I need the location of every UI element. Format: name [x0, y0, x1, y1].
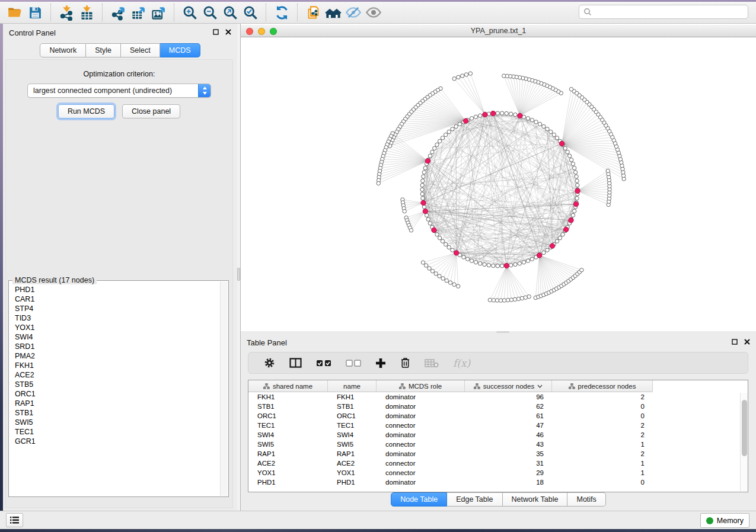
tab-select[interactable]: Select	[121, 43, 160, 57]
tab-node-table[interactable]: Node Table	[391, 492, 447, 507]
list-icon	[10, 517, 19, 524]
network-view-window: YPA_prune.txt_1	[241, 24, 756, 331]
horizontal-splitter-grip[interactable]	[496, 331, 509, 333]
criterion-dropdown[interactable]: largest connected component (undirected)	[27, 84, 211, 98]
table-cell: YOX1	[248, 469, 328, 476]
mcds-result-item[interactable]: ACE2	[15, 370, 215, 380]
hide-selected-icon[interactable]	[343, 3, 363, 22]
mcds-result-item[interactable]: RAP1	[15, 399, 215, 408]
select-all-rows-icon[interactable]	[309, 354, 339, 372]
delete-column-trash-icon[interactable]	[393, 354, 417, 372]
float-panel-icon[interactable]	[213, 29, 219, 35]
show-columns-icon[interactable]	[282, 354, 309, 372]
import-network-icon[interactable]	[56, 3, 76, 22]
table-cell: 18	[465, 479, 552, 486]
open-file-icon[interactable]	[5, 3, 25, 22]
table-cell: 1	[552, 460, 653, 467]
table-row[interactable]: STB1STB1dominator620	[248, 402, 748, 411]
save-session-icon[interactable]	[25, 3, 45, 22]
search-icon	[583, 8, 592, 16]
mcds-result-item[interactable]: TEC1	[15, 427, 215, 437]
table-toolbar: f(x)	[248, 352, 748, 374]
zoom-in-icon[interactable]	[180, 3, 200, 22]
close-panel-icon[interactable]	[225, 29, 231, 35]
run-mcds-button[interactable]: Run MCDS	[58, 104, 114, 118]
export-network-icon[interactable]	[108, 3, 128, 22]
close-panel-button[interactable]: Close panel	[122, 104, 180, 118]
close-panel-icon[interactable]	[744, 339, 750, 345]
table-row[interactable]: TEC1TEC1connector472	[248, 421, 748, 430]
mcds-result-item[interactable]: SWI4	[15, 332, 215, 342]
export-image-icon[interactable]	[148, 3, 168, 22]
mcds-result-item[interactable]: SRD1	[15, 342, 215, 351]
search-field[interactable]	[579, 5, 748, 19]
graph-nodes[interactable]	[377, 72, 626, 302]
deselect-all-rows-icon[interactable]	[339, 354, 368, 372]
zoom-selected-icon[interactable]	[240, 3, 260, 22]
table-settings-gear-icon[interactable]	[257, 354, 282, 372]
mcds-result-item[interactable]: GCR1	[15, 437, 215, 446]
table-row[interactable]: ORC1ORC1dominator610	[248, 411, 748, 421]
table-row[interactable]: RAP1RAP1dominator352	[248, 449, 748, 459]
table-panel-title: Table Panel	[247, 338, 287, 347]
mcds-result-item[interactable]: STP4	[15, 304, 215, 313]
search-input[interactable]	[595, 8, 744, 16]
mcds-result-item[interactable]: YOX1	[15, 323, 215, 332]
network-window-titlebar[interactable]: YPA_prune.txt_1	[241, 25, 756, 37]
mcds-result-list: PHD1CAR1STP4TID3YOX1SWI4SRD1PMA2FKH1ACE2…	[10, 282, 219, 495]
mcds-result-item[interactable]: FKH1	[15, 361, 215, 370]
tab-style[interactable]: Style	[86, 43, 121, 57]
mcds-result-item[interactable]: SWI5	[15, 418, 215, 427]
column-header-shared-name[interactable]: shared name	[248, 380, 328, 392]
task-history-button[interactable]	[6, 513, 23, 527]
column-header-predecessor-nodes[interactable]: predecessor nodes	[552, 380, 653, 392]
table-row[interactable]: YOX1YOX1connector291	[248, 468, 748, 477]
float-panel-icon[interactable]	[732, 339, 738, 345]
import-table-icon[interactable]	[76, 3, 97, 22]
main-toolbar	[0, 2, 756, 24]
function-builder-icon[interactable]: f(x)	[446, 354, 477, 372]
table-row[interactable]: SWI4SWI4dominator462	[248, 430, 748, 440]
refresh-layout-icon[interactable]	[272, 3, 292, 22]
table-row[interactable]: PHD1PHD1dominator180	[248, 477, 748, 487]
desktop-wallpaper-bottom	[0, 529, 756, 532]
table-scrollbar[interactable]	[740, 393, 748, 491]
delete-table-icon[interactable]	[417, 354, 446, 372]
mcds-result-item[interactable]: STB1	[15, 408, 215, 418]
tab-edge-table[interactable]: Edge Table	[447, 492, 502, 507]
add-column-icon[interactable]	[368, 354, 393, 372]
zoom-fit-icon[interactable]	[220, 3, 240, 22]
tab-network[interactable]: Network	[40, 43, 86, 57]
memory-button[interactable]: Memory	[700, 513, 749, 528]
mcds-result-item[interactable]: STB5	[15, 380, 215, 389]
table-scrollbar-thumb[interactable]	[742, 400, 747, 456]
vertical-splitter-grip[interactable]	[237, 268, 240, 281]
column-header-successor-nodes[interactable]: successor nodes	[465, 380, 552, 392]
tab-network-table[interactable]: Network Table	[503, 492, 568, 507]
column-header-mcds-role[interactable]: MCDS role	[377, 380, 465, 392]
mcds-result-item[interactable]: PMA2	[15, 351, 215, 361]
tab-motifs[interactable]: Motifs	[567, 492, 605, 507]
mcds-result-item[interactable]: PHD1	[15, 285, 215, 294]
control-panel-title: Control Panel	[9, 28, 56, 37]
clone-network-icon[interactable]	[303, 3, 323, 22]
network-canvas[interactable]	[241, 38, 756, 331]
show-all-icon[interactable]	[363, 3, 384, 22]
table-row[interactable]: SWI5SWI5connector431	[248, 440, 748, 449]
mcds-list-scrollbar[interactable]	[220, 281, 228, 496]
table-row[interactable]: ACE2ACE2connector311	[248, 459, 748, 468]
table-cell: STB1	[328, 403, 377, 410]
table-cell: 2	[552, 450, 653, 457]
column-header-name[interactable]: name	[328, 380, 377, 392]
first-neighbors-icon[interactable]	[323, 3, 343, 22]
toolbar-separator	[297, 4, 298, 21]
tab-mcds[interactable]: MCDS	[160, 43, 200, 57]
mcds-result-item[interactable]: CAR1	[15, 294, 215, 304]
mcds-result-item[interactable]: ORC1	[15, 389, 215, 399]
export-table-icon[interactable]	[128, 3, 148, 22]
table-cell: FKH1	[248, 393, 328, 400]
network-graph[interactable]	[241, 38, 756, 331]
zoom-out-icon[interactable]	[200, 3, 220, 22]
mcds-result-item[interactable]: TID3	[15, 313, 215, 323]
table-row[interactable]: FKH1FKH1dominator962	[248, 392, 748, 402]
